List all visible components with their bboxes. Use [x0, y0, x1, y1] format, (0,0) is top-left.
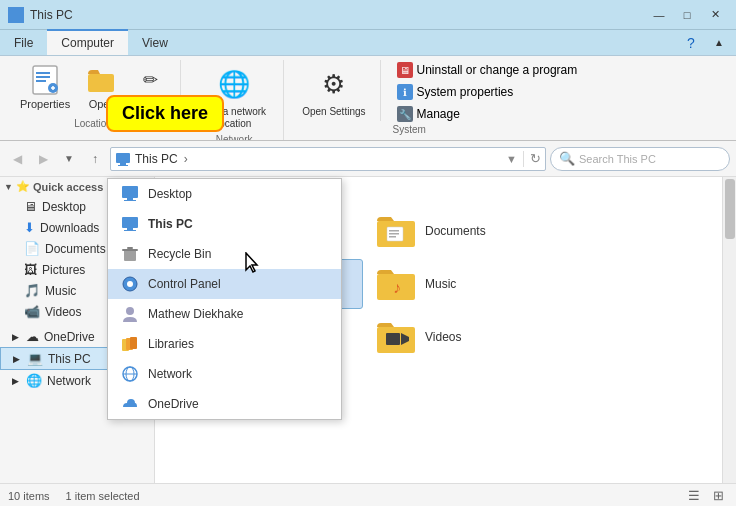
folder-music[interactable]: ♪ Music [367, 259, 567, 309]
tab-file[interactable]: File [0, 30, 47, 55]
dropdown-item-desktop[interactable]: Desktop [108, 179, 341, 209]
network-icon: 🌐 [26, 373, 42, 388]
window-controls: — □ ✕ [646, 5, 728, 25]
ribbon-help-button[interactable]: ? [678, 33, 704, 53]
folder-documents-icon [377, 213, 417, 249]
open-settings-button[interactable]: ⚙ Open Settings [296, 60, 371, 121]
folder-music-icon: ♪ [377, 266, 417, 302]
svg-rect-37 [127, 228, 133, 230]
expand-icon: ▼ [4, 182, 13, 192]
dropdown-onedrive-label: OneDrive [148, 397, 199, 411]
expand-network: ▶ [12, 376, 19, 386]
minimize-button[interactable]: — [646, 5, 672, 25]
manage-icon: 🔧 [397, 106, 413, 122]
folder-documents[interactable]: Documents [367, 207, 567, 255]
ribbon-group-settings: ⚙ Open Settings [288, 60, 380, 121]
dropdown-recycle-label: Recycle Bin [148, 247, 211, 261]
click-here-tooltip: Click here [106, 95, 224, 132]
properties-button[interactable]: Properties [14, 60, 76, 114]
address-path-text: This PC [135, 152, 178, 166]
dropdown-network-label: Network [148, 367, 192, 381]
system-properties-label: System properties [417, 85, 514, 99]
sys-prop-icon: ℹ [397, 84, 413, 100]
address-refresh[interactable]: ↻ [530, 151, 541, 166]
dropdown-network-icon [120, 364, 140, 384]
window-title: This PC [30, 8, 646, 22]
scrollbar-thumb[interactable] [725, 179, 735, 239]
downloads-label: Downloads [40, 221, 99, 235]
svg-point-43 [127, 281, 133, 287]
svg-rect-39 [124, 250, 136, 261]
dropdown-item-controlpanel[interactable]: Control Panel [108, 269, 341, 299]
music-icon: 🎵 [24, 283, 40, 298]
scrollbar-track[interactable] [722, 177, 736, 483]
address-chevron: › [184, 152, 188, 166]
svg-text:♪: ♪ [393, 279, 401, 296]
maximize-button[interactable]: □ [674, 5, 700, 25]
back-button: ◀ [6, 148, 28, 170]
svg-rect-9 [88, 74, 114, 92]
svg-point-44 [126, 307, 134, 315]
dropdown-item-user[interactable]: Mathew Diekhake [108, 299, 341, 329]
dropdown-thispc-label: This PC [148, 217, 193, 231]
svg-rect-11 [120, 163, 126, 165]
details-view-button[interactable]: ☰ [684, 487, 704, 505]
dropdown-control-icon [120, 274, 140, 294]
tiles-view-button[interactable]: ⊞ [708, 487, 728, 505]
address-divider [523, 151, 524, 167]
address-path-container[interactable]: This PC › ▼ ↻ [110, 147, 546, 171]
search-icon: 🔍 [559, 151, 575, 166]
folder-videos[interactable]: Videos [367, 313, 567, 361]
view-buttons: ☰ ⊞ [684, 487, 728, 505]
svg-rect-2 [8, 16, 15, 23]
this-pc-icon: 💻 [27, 351, 43, 366]
svg-rect-20 [389, 233, 399, 235]
dropdown-libraries-icon [120, 334, 140, 354]
tab-view[interactable]: View [128, 30, 182, 55]
dropdown-desktop-icon [120, 184, 140, 204]
search-box[interactable]: 🔍 Search This PC [550, 147, 730, 171]
close-button[interactable]: ✕ [702, 5, 728, 25]
downloads-icon: ⬇ [24, 220, 35, 235]
rename-icon: ✏ [134, 64, 166, 96]
uninstall-label: Uninstall or change a program [417, 63, 578, 77]
address-dropdown-arrow[interactable]: ▼ [506, 153, 517, 165]
dropdown-thispc-icon [120, 214, 140, 234]
dropdown-item-thispc[interactable]: This PC [108, 209, 341, 239]
svg-rect-41 [127, 247, 133, 249]
folder-videos-label: Videos [425, 330, 461, 344]
dropdown-onedrive-icon [120, 394, 140, 414]
dropdown-item-libraries[interactable]: Libraries [108, 329, 341, 359]
svg-rect-19 [389, 230, 399, 232]
search-placeholder: Search This PC [579, 153, 656, 165]
recent-locations-button[interactable]: ▼ [58, 148, 80, 170]
tab-computer[interactable]: Computer [47, 29, 128, 55]
properties-icon [29, 64, 61, 96]
documents-icon: 📄 [24, 241, 40, 256]
dropdown-desktop-label: Desktop [148, 187, 192, 201]
pictures-icon: 🖼 [24, 262, 37, 277]
uninstall-button[interactable]: 🖥 Uninstall or change a program [393, 60, 582, 80]
dropdown-controlpanel-label: Control Panel [148, 277, 221, 291]
dropdown-item-network[interactable]: Network [108, 359, 341, 389]
manage-label: Manage [417, 107, 460, 121]
ribbon-collapse-button[interactable]: ▲ [706, 33, 732, 53]
svg-rect-33 [122, 186, 138, 198]
dropdown-item-recycle[interactable]: Recycle Bin [108, 239, 341, 269]
pictures-label: Pictures [42, 263, 85, 277]
dropdown-item-onedrive[interactable]: OneDrive [108, 389, 341, 419]
folder-videos-icon [377, 319, 417, 355]
click-here-text: Click here [122, 103, 208, 123]
system-items: 🖥 Uninstall or change a program ℹ System… [393, 60, 582, 124]
system-properties-button[interactable]: ℹ System properties [393, 82, 582, 102]
onedrive-icon: ☁ [26, 329, 39, 344]
manage-button[interactable]: 🔧 Manage [393, 104, 582, 124]
videos-label: Videos [45, 305, 81, 319]
svg-rect-36 [122, 217, 138, 228]
address-path-icon-container [115, 151, 131, 167]
desktop-label: Desktop [42, 200, 86, 214]
up-button[interactable]: ↑ [84, 148, 106, 170]
settings-icon: ⚙ [314, 64, 354, 104]
status-bar: 10 items 1 item selected ☰ ⊞ [0, 483, 736, 506]
svg-rect-3 [17, 16, 24, 23]
